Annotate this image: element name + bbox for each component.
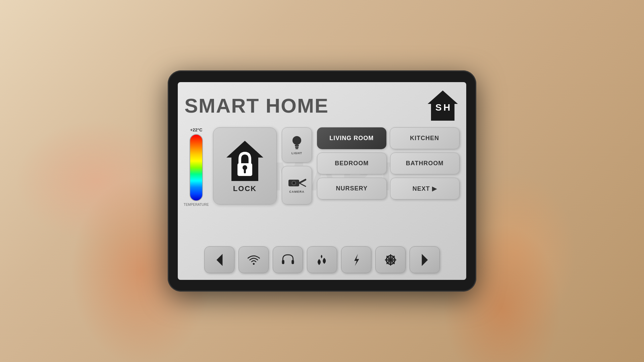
tablet: SMART SMART HOME S H +22°C TEMPERATURE: [168, 70, 476, 292]
svg-rect-18: [282, 260, 284, 264]
svg-marker-0: [428, 90, 458, 121]
next-toolbar-button[interactable]: [410, 246, 440, 273]
svg-text:H: H: [443, 102, 450, 113]
power-button[interactable]: [341, 246, 371, 273]
svg-point-7: [292, 136, 301, 145]
temperature-panel: +22°C TEMPERATURE: [184, 127, 208, 241]
prev-button[interactable]: [204, 246, 234, 273]
svg-marker-16: [216, 254, 222, 266]
app-title: SMART HOME: [184, 94, 329, 117]
camera-label: CAMERA: [289, 190, 305, 193]
light-icon: [290, 135, 304, 150]
svg-rect-19: [291, 260, 294, 264]
svg-rect-9: [295, 146, 299, 148]
temperature-bar: [190, 134, 203, 201]
temperature-value: +22°C: [190, 127, 203, 132]
next-icon: [417, 252, 432, 267]
svg-marker-24: [422, 254, 428, 266]
svg-point-5: [243, 165, 247, 170]
app-logo: S H: [426, 89, 460, 122]
prev-icon: [212, 252, 227, 267]
main-content: +22°C TEMPERATURE: [184, 127, 460, 241]
lock-label: LOCK: [233, 184, 257, 193]
camera-widget[interactable]: CAMERA: [282, 166, 312, 204]
camera-icon: [288, 177, 306, 189]
svg-line-15: [299, 183, 306, 186]
living-room-button[interactable]: LIVING ROOM: [317, 127, 386, 149]
svg-point-13: [292, 182, 295, 184]
bottom-toolbar: [184, 246, 460, 273]
svg-marker-20: [354, 254, 359, 266]
water-icon: [315, 252, 330, 267]
room-row-1: LIVING ROOM KITCHEN: [317, 127, 460, 149]
room-row-3: NURSERY NEXT ▶: [317, 178, 460, 199]
lock-icon-wrap: [225, 139, 265, 183]
gear-icon: [383, 252, 398, 267]
light-widget[interactable]: LIGHT: [282, 127, 312, 163]
water-button[interactable]: [307, 246, 337, 273]
svg-point-17: [253, 263, 254, 264]
screen: SMART SMART HOME S H +22°C TEMPERATURE: [178, 82, 466, 280]
headphones-button[interactable]: [273, 246, 303, 273]
settings-button[interactable]: [375, 246, 406, 273]
wifi-button[interactable]: [238, 246, 269, 273]
svg-rect-10: [296, 148, 298, 149]
wifi-icon: [246, 252, 261, 267]
svg-point-23: [389, 258, 392, 262]
rooms-panel: LIVING ROOM KITCHEN BEDROOM BATHROOM NUR…: [317, 127, 460, 241]
room-row-2: BEDROOM BATHROOM: [317, 153, 460, 174]
svg-line-14: [299, 180, 306, 183]
bathroom-button[interactable]: BATHROOM: [390, 153, 460, 174]
lock-panel[interactable]: LOCK: [213, 127, 277, 204]
bedroom-button[interactable]: BEDROOM: [317, 153, 387, 174]
header: SMART HOME S H: [184, 89, 460, 122]
nursery-button[interactable]: NURSERY: [317, 178, 387, 199]
svg-text:S: S: [435, 102, 442, 113]
kitchen-button[interactable]: KITCHEN: [390, 127, 460, 149]
next-button[interactable]: NEXT ▶: [390, 178, 460, 199]
svg-rect-8: [295, 145, 299, 146]
headphones-icon: [280, 252, 296, 267]
temperature-label: TEMPERATURE: [184, 203, 209, 206]
svg-rect-6: [244, 169, 246, 173]
power-icon: [349, 252, 364, 267]
light-camera-panel: LIGHT CAMERA: [282, 127, 312, 241]
lock-icon: [225, 139, 265, 183]
light-label: LIGHT: [291, 152, 302, 155]
